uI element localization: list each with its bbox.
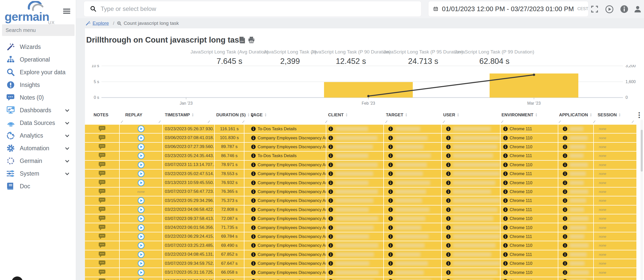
column-resize-grip[interactable]: ∕∕ — [243, 120, 247, 123]
table-scrollbar[interactable] — [640, 120, 643, 280]
export-csv-button[interactable]: CSV — [240, 36, 245, 44]
cell-client[interactable] — [326, 250, 383, 259]
replay-play-icon[interactable] — [138, 233, 145, 240]
info-icon[interactable] — [388, 162, 393, 167]
cell-user[interactable] — [441, 223, 500, 232]
cell-notes[interactable] — [85, 170, 119, 178]
cell-page[interactable]: Company Employees Discrepancy Audit — [244, 196, 326, 205]
info-icon[interactable] — [563, 144, 567, 149]
table-row[interactable]: none 03/07/2023 07:56:47.723... 76.365 s… — [85, 188, 636, 196]
info-icon[interactable] — [251, 126, 256, 131]
table-row[interactable]: 03/17/2023 05:31:16.725... 66.058 s Comp… — [85, 268, 636, 277]
cell-user[interactable] — [441, 232, 500, 241]
replay-play-icon[interactable] — [138, 224, 145, 231]
notes-icon[interactable] — [99, 180, 105, 186]
cell-target[interactable] — [383, 259, 441, 268]
info-icon[interactable] — [251, 216, 256, 221]
info-icon[interactable] — [503, 243, 508, 248]
info-icon[interactable] — [328, 225, 333, 230]
cell-application[interactable] — [558, 170, 593, 178]
cell-client[interactable] — [326, 268, 383, 276]
info-icon[interactable] — [503, 126, 508, 131]
notes-icon[interactable] — [99, 242, 105, 249]
cell-user[interactable] — [441, 188, 500, 196]
cell-user[interactable] — [441, 241, 500, 250]
cell-replay[interactable] — [119, 214, 162, 223]
cell-user[interactable] — [441, 268, 500, 276]
cell-notes[interactable] — [85, 143, 119, 151]
cell-client[interactable] — [326, 223, 383, 232]
info-icon[interactable] — [388, 189, 393, 194]
info-icon[interactable] — [446, 126, 451, 131]
cell-target[interactable] — [383, 268, 441, 276]
cell-client[interactable] — [326, 178, 383, 187]
cell-target[interactable] — [383, 178, 441, 187]
table-scrollbar-thumb[interactable] — [641, 130, 643, 172]
info-icon[interactable] — [251, 270, 256, 275]
table-row[interactable]: 03/22/2023 06:29:24.415... 69.784 s Comp… — [85, 232, 636, 241]
replay-play-icon[interactable] — [138, 135, 145, 141]
info-icon[interactable] — [446, 261, 451, 266]
cell-application[interactable] — [558, 161, 593, 169]
sidebar-item-notes-0[interactable]: Notes (0) — [0, 91, 76, 104]
breadcrumb-explore-link[interactable]: Explore — [93, 21, 109, 26]
cell-application[interactable] — [558, 178, 593, 187]
info-icon[interactable] — [388, 136, 393, 140]
cell-notes[interactable] — [85, 178, 119, 187]
info-icon[interactable] — [563, 136, 567, 140]
info-icon[interactable] — [503, 252, 508, 257]
cell-target[interactable] — [383, 161, 441, 169]
cell-client[interactable] — [326, 143, 383, 151]
info-icon[interactable] — [328, 198, 333, 203]
cell-target[interactable] — [383, 196, 441, 205]
cell-environment[interactable]: Chrome 111 — [500, 250, 558, 259]
table-row[interactable]: 03/06/2023 07:27:39.560... 89.787 s Comp… — [85, 143, 636, 152]
cell-notes[interactable] — [85, 196, 119, 205]
cell-application[interactable] — [558, 214, 593, 223]
cell-environment[interactable]: Chrome 111 — [500, 125, 558, 133]
sidebar-item-wizards[interactable]: Wizards — [0, 41, 76, 53]
column-resize-grip[interactable]: ∕∕ — [122, 120, 126, 123]
sidebar-item-germain[interactable]: Germain — [0, 155, 76, 167]
cell-replay[interactable] — [119, 259, 162, 268]
notes-icon[interactable] — [99, 225, 105, 231]
info-icon[interactable] — [388, 270, 393, 275]
info-icon[interactable] — [251, 243, 256, 248]
cell-environment[interactable]: Chrome 110 — [500, 241, 558, 250]
info-icon[interactable] — [446, 144, 451, 149]
cell-user[interactable] — [441, 161, 500, 169]
info-icon[interactable] — [328, 243, 333, 248]
cell-notes[interactable] — [85, 125, 119, 133]
info-icon[interactable] — [251, 171, 256, 176]
info-icon[interactable] — [563, 216, 567, 221]
cell-client[interactable] — [326, 152, 383, 160]
info-icon[interactable] — [446, 243, 451, 248]
column-header-application[interactable]: APPLICATION ▲▼ — [559, 111, 592, 119]
replay-play-icon[interactable] — [138, 269, 145, 276]
cell-client[interactable] — [326, 232, 383, 241]
info-icon[interactable] — [446, 162, 451, 167]
sidebar-item-dashboards[interactable]: Dashboards — [0, 104, 76, 117]
replay-play-icon[interactable] — [138, 179, 145, 186]
cell-target[interactable] — [383, 277, 441, 280]
column-header-client[interactable]: CLIENT ▲▼ — [328, 111, 348, 119]
play-button[interactable] — [605, 5, 614, 14]
cell-user[interactable] — [441, 214, 500, 223]
cell-page[interactable]: Company Employees Discrepancy Audit — [244, 223, 326, 232]
replay-play-icon[interactable] — [138, 260, 145, 267]
cell-notes[interactable] — [85, 259, 119, 268]
cell-environment[interactable]: Chrome 111 — [500, 196, 558, 205]
notes-icon[interactable] — [99, 269, 105, 276]
replay-play-icon[interactable] — [138, 143, 145, 150]
chevron-down-icon[interactable] — [64, 133, 70, 139]
info-icon[interactable] — [503, 225, 508, 230]
cell-client[interactable] — [326, 125, 383, 133]
cell-page[interactable]: Company Employees Discrepancy Audit — [244, 277, 326, 280]
cell-page[interactable]: Company Employees Discrepancy Audit — [244, 134, 326, 142]
cell-client[interactable] — [326, 277, 383, 280]
info-icon[interactable] — [388, 180, 393, 185]
cell-notes[interactable] — [85, 277, 119, 280]
sidebar-item-doc[interactable]: Doc — [0, 180, 76, 193]
cell-client[interactable] — [326, 206, 383, 214]
info-icon[interactable] — [503, 189, 508, 194]
